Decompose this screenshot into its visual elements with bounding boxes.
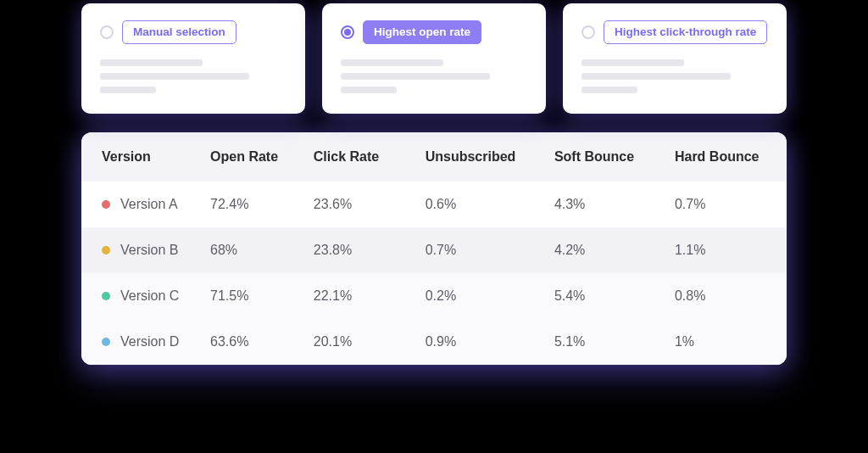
- header-soft-bounce: Soft Bounce: [546, 132, 666, 182]
- option-card-manual[interactable]: Manual selection: [81, 3, 305, 114]
- cell-hard-bounce: 1.1%: [666, 227, 787, 273]
- cell-click-rate: 20.1%: [305, 319, 417, 365]
- skeleton-preview: [341, 59, 527, 93]
- skeleton-preview: [100, 59, 287, 93]
- table-row[interactable]: Version C71.5%22.1%0.2%5.4%0.8%: [81, 273, 787, 319]
- version-dot-icon: [102, 246, 110, 254]
- header-unsubscribed: Unsubscribed: [417, 132, 546, 182]
- version-name: Version B: [120, 243, 178, 258]
- table-row[interactable]: Version D63.6%20.1%0.9%5.1%1%: [81, 319, 787, 365]
- cell-click-rate: 23.8%: [305, 227, 417, 273]
- version-dot-icon: [102, 200, 110, 209]
- cell-open-rate: 68%: [202, 227, 305, 273]
- header-open-rate: Open Rate: [202, 132, 305, 182]
- cell-soft-bounce: 4.2%: [546, 227, 666, 273]
- cell-open-rate: 71.5%: [202, 273, 305, 319]
- version-name: Version A: [120, 197, 178, 212]
- header-hard-bounce: Hard Bounce: [666, 132, 787, 182]
- cell-soft-bounce: 5.4%: [546, 273, 666, 319]
- radio-icon: [581, 25, 595, 39]
- option-label: Highest open rate: [363, 20, 481, 44]
- cell-unsubscribed: 0.6%: [417, 182, 546, 227]
- cell-hard-bounce: 0.8%: [666, 273, 787, 319]
- option-card-open-rate[interactable]: Highest open rate: [322, 3, 546, 114]
- header-click-rate: Click Rate: [305, 132, 417, 182]
- option-label: Highest click-through rate: [604, 20, 767, 44]
- winner-selection-cards: Manual selection Highest open rate: [81, 3, 787, 114]
- option-card-click-rate[interactable]: Highest click-through rate: [563, 3, 787, 114]
- cell-hard-bounce: 0.7%: [666, 182, 787, 227]
- table-row[interactable]: Version B68%23.8%0.7%4.2%1.1%: [81, 227, 787, 273]
- table-header-row: Version Open Rate Click Rate Unsubscribe…: [81, 132, 787, 182]
- cell-open-rate: 72.4%: [202, 182, 305, 227]
- cell-unsubscribed: 0.9%: [417, 319, 546, 365]
- radio-icon: [100, 25, 114, 39]
- cell-click-rate: 23.6%: [305, 182, 417, 227]
- cell-unsubscribed: 0.2%: [417, 273, 546, 319]
- cell-open-rate: 63.6%: [202, 319, 305, 365]
- skeleton-preview: [581, 59, 768, 93]
- cell-hard-bounce: 1%: [666, 319, 787, 365]
- cell-soft-bounce: 5.1%: [546, 319, 666, 365]
- header-version: Version: [81, 132, 202, 182]
- version-name: Version D: [120, 334, 179, 350]
- cell-unsubscribed: 0.7%: [417, 227, 546, 273]
- option-label: Manual selection: [122, 20, 236, 44]
- version-name: Version C: [120, 288, 179, 304]
- cell-soft-bounce: 4.3%: [546, 182, 666, 227]
- cell-click-rate: 22.1%: [305, 273, 417, 319]
- table-row[interactable]: Version A72.4%23.6%0.6%4.3%0.7%: [81, 182, 787, 227]
- radio-icon: [341, 25, 354, 39]
- version-dot-icon: [102, 338, 110, 346]
- results-table: Version Open Rate Click Rate Unsubscribe…: [81, 132, 787, 365]
- version-dot-icon: [102, 292, 110, 300]
